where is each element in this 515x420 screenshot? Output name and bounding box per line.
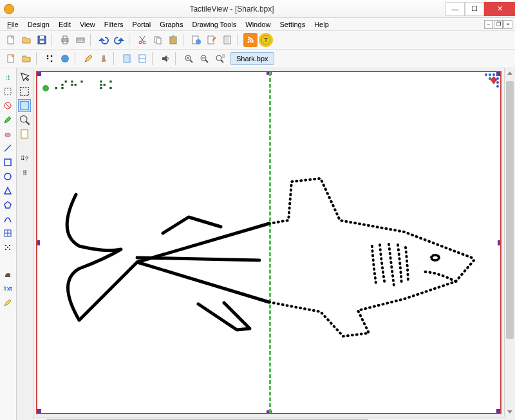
braille-text-label: ⠠⠎⠓⠁⠀⠗⠅ — [50, 79, 118, 93]
select-rect-tool[interactable] — [1, 85, 14, 98]
svg-point-72 — [496, 81, 499, 84]
svg-line-45 — [221, 60, 223, 62]
svg-point-58 — [9, 245, 10, 246]
paste-button[interactable] — [166, 33, 180, 47]
line-tool[interactable] — [1, 142, 14, 155]
page-mode-2-button[interactable] — [135, 52, 149, 66]
marquee-active-tool[interactable] — [18, 99, 31, 112]
braille-pattern-button[interactable] — [42, 52, 57, 66]
open-folder-button[interactable] — [19, 52, 33, 66]
handle-br[interactable] — [496, 409, 501, 414]
mdi-restore[interactable]: ❐ — [494, 20, 503, 29]
pencil-green-tool[interactable] — [1, 113, 14, 126]
selection-box-tool[interactable] — [18, 85, 31, 98]
braille-dots-tool[interactable]: ⠿ — [18, 166, 31, 179]
rss-button[interactable] — [243, 33, 258, 47]
svg-rect-13 — [170, 37, 176, 44]
titlebar: TactileView - [Shark.bpx] — ☐ ✕ — [0, 0, 515, 18]
square-tool[interactable] — [1, 156, 14, 169]
polygon-tool[interactable] — [1, 198, 14, 211]
document-tab[interactable]: Shark.bpx — [230, 52, 274, 65]
page-tool[interactable] — [18, 128, 31, 140]
svg-point-27 — [47, 55, 49, 57]
svg-point-16 — [196, 39, 201, 44]
menu-settings[interactable]: Settings — [275, 19, 310, 30]
page-brush-button[interactable] — [205, 33, 219, 47]
print-button[interactable] — [58, 33, 72, 47]
svg-point-60 — [9, 249, 10, 250]
svg-point-64 — [21, 116, 27, 122]
menu-drawing-tools[interactable]: Drawing Tools — [187, 19, 241, 30]
pointer-tool[interactable] — [18, 71, 31, 84]
svg-point-9 — [139, 41, 142, 44]
zoom-tool[interactable] — [18, 113, 31, 126]
mammoth-tool[interactable] — [1, 268, 14, 281]
eraser-tool[interactable] — [1, 128, 14, 140]
svg-line-65 — [26, 122, 30, 125]
undo-button[interactable] — [97, 33, 111, 47]
drawing-canvas[interactable]: ⠠⠎⠓⠁⠀⠗⠅ — [36, 71, 501, 414]
audio-button[interactable] — [158, 52, 173, 66]
braille-fill-tool[interactable]: ⠿? — [18, 152, 31, 165]
scan-button[interactable] — [73, 33, 88, 47]
menu-portal[interactable]: Portal — [128, 19, 156, 30]
handle-bl[interactable] — [36, 409, 41, 414]
svg-point-26 — [12, 55, 14, 57]
highlight-tool[interactable] — [1, 296, 14, 309]
cut-button[interactable] — [135, 33, 149, 47]
zoom-in-button[interactable] — [182, 52, 196, 66]
txt-tool[interactable]: Txt — [1, 282, 14, 295]
minimize-button[interactable]: — — [445, 2, 465, 16]
menu-file[interactable]: File — [3, 19, 23, 30]
new-file-button[interactable] — [4, 33, 18, 47]
menubar: File Design Edit View Filters Portal Gra… — [0, 18, 515, 31]
text-tool[interactable]: :t — [1, 71, 14, 84]
zoom-fit-button[interactable] — [212, 52, 227, 66]
save-file-button[interactable] — [35, 33, 49, 47]
handle-tl[interactable] — [36, 71, 41, 76]
svg-rect-50 — [5, 133, 10, 137]
open-file-button[interactable] — [19, 33, 33, 47]
toggle-doc-button[interactable] — [4, 52, 18, 66]
copy-button[interactable] — [151, 33, 165, 47]
menu-design[interactable]: Design — [23, 19, 54, 30]
maximize-button[interactable]: ☐ — [465, 2, 484, 16]
retouch-tool[interactable] — [1, 99, 14, 112]
redo-button[interactable] — [112, 33, 126, 47]
svg-point-44 — [216, 55, 221, 61]
menu-edit[interactable]: Edit — [54, 19, 75, 30]
curve-tool[interactable] — [1, 213, 14, 225]
svg-point-22 — [248, 41, 250, 43]
dots-tool[interactable] — [1, 241, 14, 254]
svg-point-28 — [47, 58, 49, 60]
vertical-scrollbar[interactable] — [504, 68, 515, 417]
mdi-minimize[interactable]: – — [484, 20, 493, 29]
vertical-scroll-thumb[interactable] — [506, 81, 514, 339]
main-area: :t Txt ⠿? ⠿ — [0, 68, 515, 420]
svg-rect-2 — [40, 41, 44, 43]
menu-help[interactable]: Help — [310, 19, 333, 30]
handle-mr[interactable] — [498, 240, 501, 245]
stamp-button[interactable] — [97, 52, 111, 66]
circle-tool[interactable] — [1, 170, 14, 183]
menu-filters[interactable]: Filters — [100, 19, 128, 30]
page-mode-1-button[interactable] — [120, 52, 134, 66]
svg-rect-46 — [223, 55, 225, 57]
menu-graphs[interactable]: Graphs — [155, 19, 187, 30]
mdi-close[interactable]: × — [503, 20, 512, 29]
horizontal-scrollbar[interactable] — [33, 417, 504, 420]
close-button[interactable]: ✕ — [484, 2, 515, 16]
menu-window[interactable]: Window — [241, 19, 275, 30]
pencil-edit-button[interactable] — [81, 52, 95, 66]
menu-view[interactable]: View — [75, 19, 100, 30]
page-world-button[interactable] — [189, 33, 203, 47]
globe-button[interactable] — [58, 52, 72, 66]
zoom-out-button[interactable] — [197, 52, 211, 66]
table-tool[interactable] — [1, 227, 14, 240]
handle-ml[interactable] — [36, 240, 40, 245]
triangle-tool[interactable] — [1, 184, 14, 197]
svg-rect-3 — [40, 36, 44, 39]
tactileview-logo-button[interactable]: T — [259, 33, 273, 47]
svg-line-42 — [205, 60, 208, 62]
page-doc-button[interactable] — [220, 33, 234, 47]
